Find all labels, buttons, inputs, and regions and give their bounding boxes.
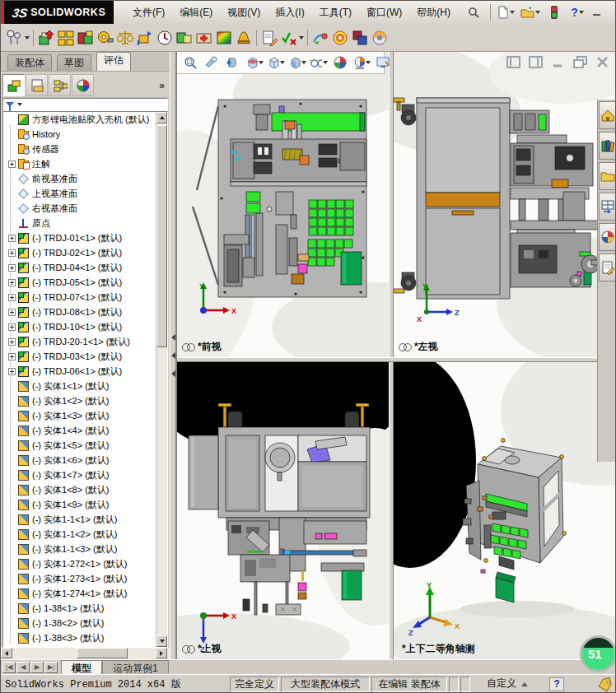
tree-item[interactable]: (-) 实体1<2> (默认) [3,393,156,408]
tree-item[interactable]: (-) TRDJ-03<1> (默认) [3,349,156,364]
scroll-up-button[interactable] [156,112,167,123]
viewport-left[interactable]: Y Z X *左视 [394,52,616,357]
tree-item[interactable]: (-) 1-38<3> (默认) [3,630,156,645]
menu-item[interactable]: 文件(F) [125,2,172,23]
appearances-scenes-button[interactable] [599,223,616,251]
tab-nav-button[interactable]: ◀ [16,662,30,673]
minimize-button[interactable] [587,2,607,22]
tree-item[interactable]: (-) TRDJ-20-1<1> (默认) [3,334,156,349]
tree-vertical-scrollbar[interactable] [156,112,167,647]
mdi-close-button[interactable] [595,55,610,69]
tag-icon[interactable] [597,677,614,692]
section-view-button[interactable] [245,53,264,72]
configurationmanager-button[interactable] [49,74,71,96]
tree-item[interactable]: (-) 实体1-273<1> (默认) [3,571,156,586]
viewport-isometric[interactable]: Y X Z *上下二等角轴测 [394,362,616,659]
restore-button[interactable] [612,2,616,22]
tab-evaluate[interactable]: 评估 [96,52,131,71]
tree-item[interactable]: (-) 实体1-272<1> (默认) [3,556,156,571]
file-explorer-button[interactable] [599,162,616,190]
appearances-button[interactable] [214,28,234,48]
menu-item[interactable]: 编辑(E) [172,2,220,23]
tree-item[interactable]: (-) TRDJ-10<1> (默认) [3,319,156,334]
scroll-thumb[interactable] [77,648,128,658]
open-button[interactable] [520,2,541,22]
tab-motion-study-1[interactable]: 运动算例1 [102,660,169,674]
mdi-minimize-button[interactable] [550,55,566,69]
tree-item[interactable]: History [3,127,156,142]
edit-appearance-button[interactable] [330,53,350,72]
zoom-to-fit-button[interactable] [180,53,200,72]
status-help-button[interactable]: ? [549,677,564,691]
interference-detection-button[interactable] [175,28,194,48]
tree-item[interactable]: (-) TRDJ-04<1> (默认) [3,260,156,275]
display-style-button[interactable] [287,53,307,72]
tree-item[interactable]: (-) TRDJ-07<1> (默认) [3,290,156,305]
apply-scene-button[interactable] [352,53,371,72]
edit-component-button[interactable] [259,28,279,48]
tab-nav-button[interactable]: ▶| [44,662,58,673]
tree-item[interactable]: (-) 实体1-1<2> (默认) [3,527,156,542]
tree-item[interactable]: 右视基准面 [3,201,156,216]
photoview-render-button[interactable] [370,28,390,48]
view-settings-button[interactable] [373,53,393,72]
tree-item[interactable]: 上视基准面 [3,186,156,201]
new-document-button[interactable] [497,2,516,22]
tab-nav-button[interactable]: |◀ [2,662,16,673]
viewport-front[interactable]: Y X *前视 [177,52,389,357]
curvature-button[interactable] [234,28,254,48]
tree-item[interactable]: (-) 实体1-1<3> (默认) [3,542,156,556]
tree-item[interactable]: (-) TRDJ-01<1> (默认) [3,230,156,245]
expand-plus-icon[interactable] [8,264,16,272]
mate-button[interactable] [5,28,30,48]
displaymanager-button[interactable] [72,74,94,96]
tree-item[interactable]: (-) TRDJ-08<1> (默认) [3,305,156,319]
tree-item[interactable]: (-) 实体1<6> (默认) [3,453,156,467]
hide-show-items-button[interactable] [309,53,329,72]
zoom-to-area-button[interactable] [202,53,222,72]
menu-item[interactable]: 帮助(H) [409,2,458,23]
tree-item[interactable]: (-) TRDJ-02<1> (默认) [3,245,156,260]
expand-plus-icon[interactable] [8,368,16,375]
tree-item[interactable]: (-) 实体1<3> (默认) [3,408,156,423]
custom-cell[interactable]: 自定义 [472,677,543,692]
menu-item[interactable]: 窗口(W) [359,2,409,23]
expand-plus-icon[interactable] [8,323,16,331]
split-right-button[interactable] [528,55,544,69]
expand-plus-icon[interactable] [8,338,16,346]
scroll-down-button[interactable] [156,635,167,647]
tree-item[interactable]: (-) 实体1<9> (默认) [3,497,156,512]
smart-components-button[interactable] [76,28,96,48]
insert-component-button[interactable] [36,28,56,48]
blocks-button[interactable] [350,28,370,48]
tab-model[interactable]: 模型 [61,660,102,674]
viewport-top[interactable]: X Z *上视 [177,362,389,659]
solidworks-resources-button[interactable] [599,101,616,129]
tree-item[interactable]: 原点 [3,216,156,230]
viewport-horizontal-splitter[interactable] [177,357,616,362]
expand-plus-icon[interactable] [8,235,16,242]
linear-component-pattern-button[interactable] [56,28,76,48]
expand-plus-icon[interactable] [8,249,16,257]
performance-evaluation-button[interactable] [155,28,175,48]
propertymanager-button[interactable] [26,74,48,96]
tree-item[interactable]: (-) TRDJ-06<1> (默认) [3,364,156,379]
filter-caret-icon[interactable] [17,103,22,106]
filter-input[interactable] [25,100,165,109]
menu-item[interactable]: 插入(I) [268,2,311,23]
tree-item[interactable]: (-) 实体1<7> (默认) [3,467,156,482]
tree-item[interactable]: (-) 实体1<1> (默认) [3,379,156,393]
design-library-button[interactable] [599,132,616,160]
search-button[interactable] [464,2,484,22]
scroll-left-button[interactable] [1,648,12,658]
help-button[interactable]: ? [567,2,587,22]
tree-item[interactable]: (-) 1-38<2> (默认) [3,616,156,630]
tree-item[interactable]: 前视基准面 [3,171,156,186]
expand-plus-icon[interactable] [8,279,16,286]
tree-item[interactable]: 方形锂电池贴胶入壳机 (默认) [3,112,156,127]
split-left-button[interactable] [506,55,521,69]
mdi-restore-button[interactable] [572,55,588,69]
expand-plus-icon[interactable] [8,309,16,316]
tree-item[interactable]: 注解 [3,156,156,171]
tree-horizontal-scrollbar[interactable] [1,648,170,659]
